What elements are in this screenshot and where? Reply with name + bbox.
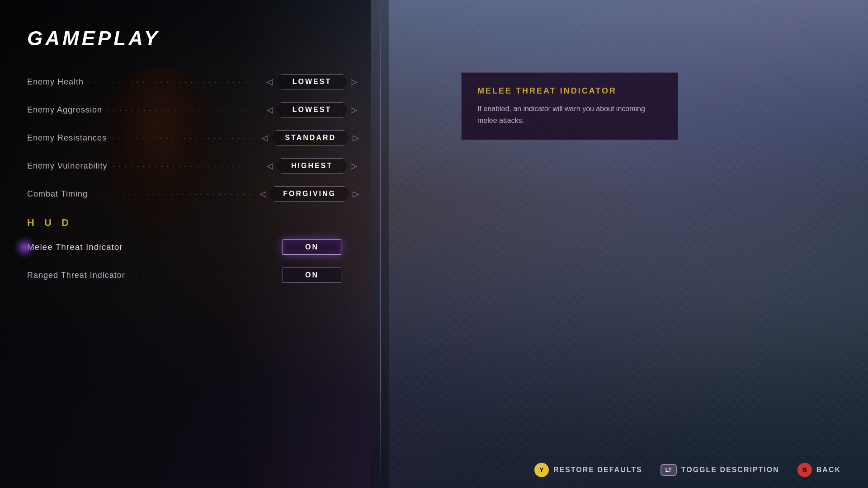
action-back[interactable]: B BACK [797, 463, 841, 477]
value-selector-ranged-threat[interactable]: ON [262, 267, 362, 283]
value-box-enemy-aggression: LOWEST [276, 102, 348, 117]
dots-melee-threat [128, 244, 257, 251]
arrow-right-enemy-resistances[interactable]: ▷ [353, 133, 359, 143]
toggle-description-label: TOGGLE DESCRIPTION [681, 466, 779, 474]
arrow-right-enemy-health[interactable]: ▷ [351, 77, 357, 87]
value-box-enemy-resistances: STANDARD [271, 130, 350, 145]
dots-enemy-aggression [108, 107, 257, 113]
value-selector-enemy-aggression[interactable]: ◁ LOWEST ▷ [262, 102, 362, 117]
left-panel: GAMEPLAY Enemy Health ◁ LOWEST ▷ Enemy A… [0, 0, 389, 488]
action-toggle-description[interactable]: LT TOGGLE DESCRIPTION [660, 464, 779, 476]
page-title: GAMEPLAY [27, 27, 362, 50]
toggle-box-ranged-threat[interactable]: ON [283, 267, 341, 283]
setting-label-ranged-threat: Ranged Threat Indicator [27, 271, 125, 280]
setting-label-combat-timing: Combat Timing [27, 189, 88, 199]
setting-row-enemy-health[interactable]: Enemy Health ◁ LOWEST ▷ [27, 68, 362, 96]
toggle-box-melee-threat[interactable]: ON [283, 239, 341, 255]
arrow-left-enemy-aggression[interactable]: ◁ [267, 105, 273, 115]
value-box-combat-timing: FORGIVING [269, 186, 350, 202]
arrow-right-enemy-aggression[interactable]: ▷ [351, 105, 357, 115]
dots-ranged-threat [131, 272, 257, 279]
dots-combat-timing [93, 191, 252, 197]
hud-section-header: H U D [27, 208, 362, 233]
setting-row-combat-timing[interactable]: Combat Timing ◁ FORGIVING ▷ [27, 180, 362, 208]
setting-row-enemy-vulnerability[interactable]: Enemy Vulnerability ◁ HIGHEST ▷ [27, 152, 362, 180]
value-selector-enemy-resistances[interactable]: ◁ STANDARD ▷ [259, 130, 362, 145]
setting-row-melee-threat[interactable]: Melee Threat Indicator ON [27, 233, 362, 261]
arrow-right-enemy-vulnerability[interactable]: ▷ [351, 161, 357, 171]
value-selector-combat-timing[interactable]: ◁ FORGIVING ▷ [257, 186, 362, 202]
back-label: BACK [816, 466, 841, 474]
setting-label-enemy-aggression: Enemy Aggression [27, 105, 102, 115]
setting-label-enemy-resistances: Enemy Resistances [27, 133, 107, 143]
arrow-left-combat-timing[interactable]: ◁ [260, 189, 266, 199]
settings-list: Enemy Health ◁ LOWEST ▷ Enemy Aggression… [27, 68, 362, 452]
value-selector-enemy-vulnerability[interactable]: ◁ HIGHEST ▷ [262, 158, 362, 174]
value-box-enemy-health: LOWEST [276, 74, 348, 89]
badge-y-restore: Y [534, 463, 549, 477]
description-title: MELEE THREAT INDICATOR [477, 86, 662, 96]
setting-label-enemy-vulnerability: Enemy Vulnerability [27, 161, 107, 171]
badge-lt-toggle: LT [660, 464, 677, 476]
arrow-right-combat-timing[interactable]: ▷ [353, 189, 359, 199]
setting-row-ranged-threat[interactable]: Ranged Threat Indicator ON [27, 261, 362, 289]
setting-label-enemy-health: Enemy Health [27, 77, 84, 87]
description-text: If enabled, an indicator will warn you a… [477, 103, 662, 126]
description-box: MELEE THREAT INDICATOR If enabled, an in… [461, 72, 678, 140]
value-selector-melee-threat[interactable]: ON [262, 239, 362, 255]
bottom-bar: Y RESTORE DEFAULTS LT TOGGLE DESCRIPTION… [0, 452, 868, 488]
action-restore-defaults[interactable]: Y RESTORE DEFAULTS [534, 463, 642, 477]
main-content: GAMEPLAY Enemy Health ◁ LOWEST ▷ Enemy A… [0, 0, 868, 488]
arrow-left-enemy-vulnerability[interactable]: ◁ [267, 161, 273, 171]
restore-defaults-label: RESTORE DEFAULTS [553, 466, 642, 474]
dots-enemy-health [89, 79, 257, 85]
setting-row-enemy-aggression[interactable]: Enemy Aggression ◁ LOWEST ▷ [27, 96, 362, 124]
dots-enemy-resistances [112, 135, 254, 141]
arrow-left-enemy-resistances[interactable]: ◁ [262, 133, 268, 143]
value-box-enemy-vulnerability: HIGHEST [276, 158, 348, 174]
setting-label-melee-threat: Melee Threat Indicator [27, 242, 123, 252]
right-panel: MELEE THREAT INDICATOR If enabled, an in… [389, 0, 868, 488]
arrow-left-enemy-health[interactable]: ◁ [267, 77, 273, 87]
value-selector-enemy-health[interactable]: ◁ LOWEST ▷ [262, 74, 362, 89]
dots-enemy-vulnerability [113, 163, 257, 169]
badge-b-back: B [797, 463, 812, 477]
setting-row-enemy-resistances[interactable]: Enemy Resistances ◁ STANDARD ▷ [27, 124, 362, 152]
